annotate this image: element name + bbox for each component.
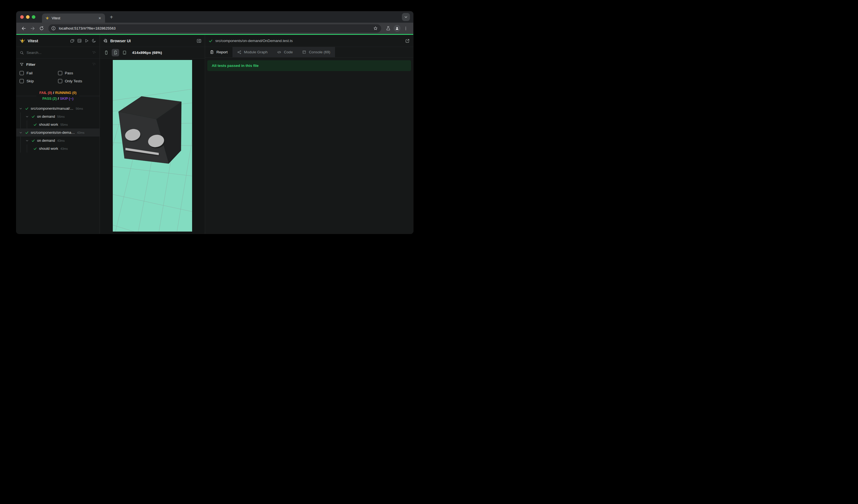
test-duration: 56ms <box>57 115 65 118</box>
tab-close-icon[interactable]: ✕ <box>97 16 102 21</box>
filter-checkbox-skip[interactable]: Skip <box>20 77 58 85</box>
test-name: on demand <box>37 139 55 143</box>
test-name: on demand <box>37 114 55 118</box>
url-text[interactable]: localhost:5173/#/?file=1828625563 <box>59 26 371 30</box>
test-tree-row[interactable]: should work 43ms <box>16 145 99 152</box>
test-name: src/components/manual/… <box>31 107 74 111</box>
close-window-button[interactable] <box>20 15 24 19</box>
filter-funnel-icon <box>20 63 24 67</box>
sidebar-header: Vitest <box>16 35 99 47</box>
pass-check-icon <box>208 39 213 43</box>
app-title: Vitest <box>28 39 38 43</box>
viewport-dimensions: 414x896px (68%) <box>132 51 162 55</box>
forward-button[interactable] <box>29 24 37 33</box>
pass-check-icon <box>25 107 29 111</box>
device-tablet-button[interactable] <box>121 49 128 56</box>
dock-panel-right-icon[interactable] <box>196 38 202 43</box>
code-icon <box>277 50 281 54</box>
summary-line-fail-running: FAIL (0)/RUNNING (0) <box>39 90 77 96</box>
test-tree-row[interactable]: on demand 43ms <box>16 136 99 145</box>
summary-segment: / <box>53 91 54 95</box>
summary-segment: FAIL (0) <box>39 91 52 95</box>
clear-filter-icon[interactable] <box>92 51 96 55</box>
browser-toolbar: localhost:5173/#/?file=1828625563 <box>16 23 413 34</box>
tab-console[interactable]: Console (69) <box>298 47 335 57</box>
test-tree: src/components/manual/… 56ms on demand 5… <box>16 103 99 234</box>
tab-title: Vitest <box>52 16 95 20</box>
test-tree-row[interactable]: on demand 56ms <box>16 112 99 120</box>
preview-stage <box>100 59 205 234</box>
test-name: should work <box>39 146 58 151</box>
browser-tab[interactable]: Vitest ✕ <box>42 14 105 23</box>
vitest-favicon-icon <box>45 16 49 20</box>
pass-check-icon <box>33 123 37 127</box>
chevron-down-icon[interactable] <box>18 107 23 110</box>
test-tree-row[interactable]: src/components/on-dema… 43ms <box>16 129 99 136</box>
chevron-down-icon[interactable] <box>18 131 23 134</box>
filter-checkbox-fail[interactable]: Fail <box>20 69 58 77</box>
checkbox <box>58 79 62 83</box>
minimize-window-button[interactable] <box>26 15 30 19</box>
checkbox <box>20 71 24 75</box>
dashboard-icon[interactable] <box>77 38 82 43</box>
address-bar[interactable]: localhost:5173/#/?file=1828625563 <box>48 24 381 33</box>
chevron-down-icon[interactable] <box>25 139 29 142</box>
summary-segment: SKIP (--) <box>60 97 74 101</box>
device-phone-plus-button[interactable] <box>112 49 119 56</box>
test-file-path: src/components/on-demand/OnDemand.test.t… <box>215 39 293 43</box>
test-duration: 43ms <box>57 139 65 142</box>
device-phone-button[interactable] <box>102 49 110 56</box>
test-tree-row[interactable]: should work 55ms <box>16 120 99 129</box>
collapse-panels-icon[interactable] <box>70 38 75 43</box>
pass-check-icon <box>33 147 37 151</box>
pass-check-icon <box>31 139 35 143</box>
results-header: src/components/on-demand/OnDemand.test.t… <box>205 35 413 47</box>
dark-mode-moon-icon[interactable] <box>92 38 96 43</box>
traffic-lights <box>20 15 35 19</box>
console-icon <box>302 50 306 54</box>
run-all-play-icon[interactable] <box>84 38 89 43</box>
test-tree-row[interactable]: src/components/manual/… 56ms <box>16 104 99 112</box>
sidebar: Vitest <box>16 35 100 234</box>
browser-preview-panel: Browser UI 414x896px (68%) <box>100 35 205 234</box>
preview-header: Browser UI <box>100 35 205 47</box>
clear-filter-icon[interactable] <box>92 62 96 67</box>
bookmark-star-icon[interactable] <box>373 26 378 31</box>
test-duration: 43ms <box>60 147 68 150</box>
new-tab-button[interactable]: + <box>108 14 115 21</box>
tab-strip: Vitest ✕ + <box>16 11 413 23</box>
pass-check-icon <box>31 115 35 118</box>
test-duration: 56ms <box>76 107 83 110</box>
tab-search-button[interactable] <box>402 13 410 21</box>
filter-checkbox-pass[interactable]: Pass <box>58 69 96 77</box>
module-graph-icon <box>237 50 242 54</box>
open-in-editor-icon[interactable] <box>405 38 410 43</box>
summary-segment: / <box>58 97 59 101</box>
tab-code[interactable]: Code <box>272 47 298 57</box>
fullscreen-window-button[interactable] <box>32 15 35 19</box>
search-row <box>16 47 99 59</box>
app-viewport[interactable] <box>113 60 192 231</box>
filter-header: Filter <box>16 59 99 67</box>
test-duration: 55ms <box>60 123 68 126</box>
filter-checkbox-only-tests[interactable]: Only Tests <box>58 77 96 85</box>
chevron-down-icon[interactable] <box>25 115 29 118</box>
site-info-icon[interactable] <box>50 25 57 32</box>
vitest-logo-icon <box>20 38 25 44</box>
device-toolbar: 414x896px (68%) <box>100 47 205 59</box>
avatar <box>394 25 400 32</box>
tab-report[interactable]: Report <box>205 47 233 57</box>
preview-title: Browser UI <box>110 39 131 43</box>
test-summary: FAIL (0)/RUNNING (0) PASS (2)/SKIP (--) <box>16 90 99 102</box>
reload-button[interactable] <box>37 24 46 33</box>
experiments-flask-icon[interactable] <box>384 24 392 33</box>
back-button[interactable] <box>20 24 28 33</box>
tab-module-graph[interactable]: Module Graph <box>233 47 272 57</box>
checkbox <box>58 71 62 75</box>
search-input[interactable] <box>27 51 89 55</box>
profile-button[interactable] <box>393 24 401 33</box>
summary-segment: PASS (2) <box>42 97 57 101</box>
menu-kebab-icon[interactable] <box>402 24 410 33</box>
checkbox <box>20 79 24 83</box>
search-icon <box>20 51 24 55</box>
